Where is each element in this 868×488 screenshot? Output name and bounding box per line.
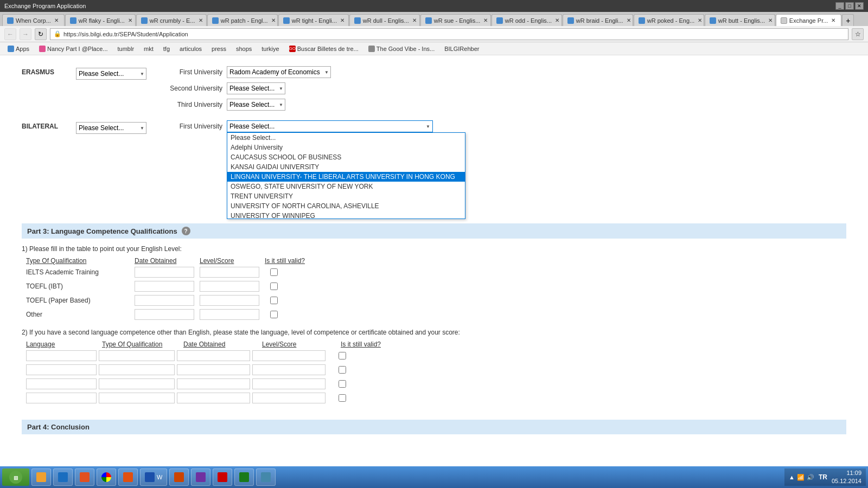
taskbar-app-outlook[interactable] bbox=[169, 468, 189, 486]
tab-3[interactable]: wR patch - Engl... ✕ bbox=[207, 14, 278, 26]
dropdown-item-winnipeg[interactable]: UNIVERSITY OF WINNIPEG bbox=[227, 211, 465, 219]
tab-7[interactable]: wR odd - Englis... ✕ bbox=[492, 14, 562, 26]
erasmus-first-select[interactable]: Radom Academy of Economics bbox=[227, 66, 331, 78]
dropdown-item-kansai[interactable]: KANSAI GAIDAI UNIVERSITY bbox=[227, 162, 465, 172]
back-button[interactable]: ← bbox=[4, 28, 16, 40]
lang-1-level[interactable] bbox=[252, 350, 326, 361]
tab-0[interactable]: When Corp... ✕ bbox=[2, 14, 65, 26]
lang-1-date[interactable] bbox=[177, 350, 250, 361]
lang-4-level[interactable] bbox=[252, 393, 326, 403]
tab-1[interactable]: wR flaky - Engli... ✕ bbox=[65, 14, 136, 26]
lang-2-qual[interactable] bbox=[99, 364, 175, 375]
dropdown-item-trent[interactable]: TRENT UNIVERSITY bbox=[227, 191, 465, 201]
tab-close-4[interactable]: ✕ bbox=[339, 17, 346, 24]
tab-close-7[interactable]: ✕ bbox=[554, 17, 560, 24]
tab-close-1[interactable]: ✕ bbox=[127, 17, 133, 24]
forward-button[interactable]: → bbox=[20, 28, 31, 40]
tab-close-5[interactable]: ✕ bbox=[411, 17, 418, 24]
lang-2-language[interactable] bbox=[26, 364, 97, 375]
bookmark-articulos[interactable]: articulos bbox=[176, 44, 205, 53]
bookmark-turkiye[interactable]: turkiye bbox=[258, 44, 282, 53]
lang-2-date[interactable] bbox=[177, 364, 250, 375]
bookmark-go[interactable]: GO Buscar Billetes de tre... bbox=[286, 44, 362, 53]
lang-1-language[interactable] bbox=[26, 350, 97, 361]
tab-9[interactable]: wR poked - Eng... ✕ bbox=[634, 14, 704, 26]
lang-4-qual[interactable] bbox=[99, 393, 175, 403]
tab-5[interactable]: wR dull - Englis... ✕ bbox=[349, 14, 420, 26]
tab-close-10[interactable]: ✕ bbox=[767, 17, 774, 24]
start-button[interactable]: ⊞ bbox=[2, 468, 29, 486]
tab-close-8[interactable]: ✕ bbox=[626, 17, 632, 24]
tab-close-11[interactable]: ✕ bbox=[830, 17, 837, 24]
toefl-ibt-date-input[interactable] bbox=[135, 281, 194, 292]
taskbar-app-excel[interactable] bbox=[234, 468, 254, 486]
tab-11[interactable]: Exchange Pr... ✕ bbox=[776, 14, 842, 26]
tray-language[interactable]: TR bbox=[819, 473, 827, 481]
other-level-input[interactable] bbox=[200, 309, 259, 320]
taskbar-app-media[interactable] bbox=[75, 468, 94, 486]
lang-4-valid-checkbox[interactable] bbox=[339, 394, 346, 402]
bookmark-apps[interactable]: Apps bbox=[4, 44, 33, 53]
ielts-date-input[interactable] bbox=[135, 267, 194, 278]
tab-10[interactable]: wR butt - Englis... ✕ bbox=[705, 14, 775, 26]
minimize-button[interactable]: _ bbox=[835, 2, 844, 10]
ielts-level-input[interactable] bbox=[200, 267, 259, 278]
close-button[interactable]: ✕ bbox=[855, 2, 864, 10]
lang-3-qual[interactable] bbox=[99, 378, 175, 389]
bilateral-first-select[interactable]: Please Select... bbox=[227, 120, 433, 132]
other-valid-checkbox[interactable] bbox=[270, 311, 278, 318]
lang-1-qual[interactable] bbox=[99, 350, 175, 361]
maximize-button[interactable]: □ bbox=[845, 2, 854, 10]
tab-2[interactable]: wR crumbly - E... ✕ bbox=[136, 14, 207, 26]
bookmark-bilgi[interactable]: BILGIRehber bbox=[441, 44, 482, 53]
erasmus-third-select[interactable]: Please Select... bbox=[227, 99, 285, 111]
taskbar-app-chrome[interactable] bbox=[97, 468, 116, 486]
tab-close-2[interactable]: ✕ bbox=[197, 17, 204, 24]
toefl-ibt-level-input[interactable] bbox=[200, 281, 259, 292]
taskbar-app-firefox[interactable] bbox=[118, 468, 138, 486]
lang-3-level[interactable] bbox=[252, 378, 326, 389]
taskbar-app-ie[interactable] bbox=[53, 468, 73, 486]
bookmark-button[interactable]: ☆ bbox=[852, 28, 864, 40]
bilateral-select[interactable]: Please Select... bbox=[76, 122, 146, 134]
bookmark-shops[interactable]: shops bbox=[233, 44, 255, 53]
taskbar-app-explorer[interactable] bbox=[31, 468, 51, 486]
toefl-paper-valid-checkbox[interactable] bbox=[270, 297, 278, 304]
bookmark-goodvibe[interactable]: The Good Vibe - Ins... bbox=[365, 44, 438, 53]
erasmus-second-select[interactable]: Please Select... bbox=[227, 82, 285, 94]
lang-1-valid-checkbox[interactable] bbox=[339, 352, 346, 359]
dropdown-item-caucasus[interactable]: CAUCASUS SCHOOL OF BUSINESS bbox=[227, 152, 465, 162]
tray-arrow-icon[interactable]: ▲ bbox=[789, 474, 795, 480]
tab-close-0[interactable]: ✕ bbox=[53, 17, 60, 24]
lang-3-language[interactable] bbox=[26, 378, 97, 389]
taskbar-app-paint[interactable] bbox=[256, 468, 276, 486]
tab-close-6[interactable]: ✕ bbox=[482, 17, 489, 24]
tab-6[interactable]: wR sue - Englis... ✕ bbox=[420, 14, 491, 26]
refresh-button[interactable]: ↻ bbox=[35, 28, 47, 40]
bookmark-tfg[interactable]: tfg bbox=[160, 44, 173, 53]
part3-help-icon[interactable]: ? bbox=[182, 227, 190, 235]
address-bar[interactable]: 🔒 https://sis.bilgi.edu.tr/SEPA/Student/… bbox=[50, 28, 848, 40]
taskbar-app-acrobat[interactable] bbox=[213, 468, 232, 486]
bookmark-nancy[interactable]: Nancy Part I @Place... bbox=[36, 44, 111, 53]
toefl-ibt-valid-checkbox[interactable] bbox=[270, 282, 278, 290]
lang-4-language[interactable] bbox=[26, 393, 97, 403]
bookmark-mkt[interactable]: mkt bbox=[141, 44, 157, 53]
erasmus-select[interactable]: Please Select... bbox=[76, 68, 146, 80]
taskbar-app-word[interactable]: W bbox=[140, 468, 167, 486]
dropdown-item-adelphi[interactable]: Adelphi University bbox=[227, 143, 465, 152]
tray-clock[interactable]: 11:09 05.12.2014 bbox=[832, 469, 861, 486]
tab-8[interactable]: wR braid - Engli... ✕ bbox=[563, 14, 633, 26]
lang-3-date[interactable] bbox=[177, 378, 250, 389]
ielts-valid-checkbox[interactable] bbox=[270, 268, 278, 276]
dropdown-item-lingnan[interactable]: LINGNAN UNIVERSITY- THE LIBERAL ARTS UNI… bbox=[227, 172, 465, 182]
tab-close-9[interactable]: ✕ bbox=[697, 17, 703, 24]
lang-2-valid-checkbox[interactable] bbox=[339, 366, 346, 374]
new-tab-button[interactable]: + bbox=[842, 14, 854, 26]
toefl-paper-date-input[interactable] bbox=[135, 295, 194, 306]
taskbar-app-onenote[interactable] bbox=[191, 468, 210, 486]
lang-2-level[interactable] bbox=[252, 364, 326, 375]
toefl-paper-level-input[interactable] bbox=[200, 295, 259, 306]
dropdown-item-north-carolina[interactable]: UNIVERSITY OF NORTH CAROLINA, ASHEVILLE bbox=[227, 201, 465, 211]
dropdown-item-oswego[interactable]: OSWEGO, STATE UNIVERSITY OF NEW YORK bbox=[227, 182, 465, 191]
